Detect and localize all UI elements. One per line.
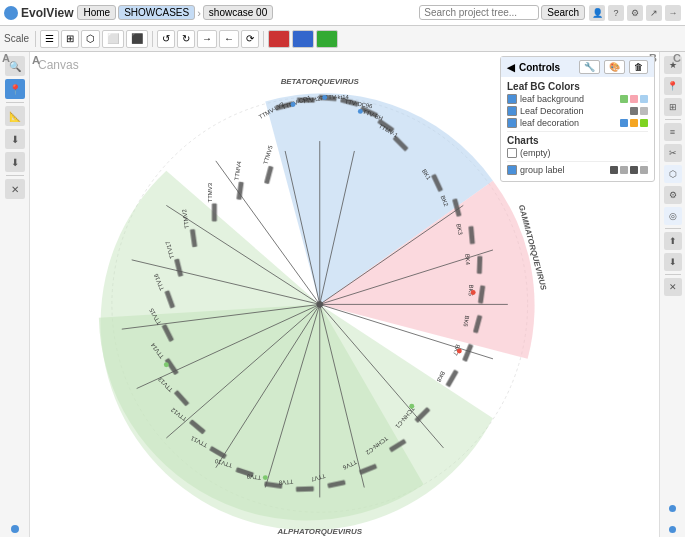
tb-format1[interactable] <box>268 30 290 48</box>
tb-layout4[interactable]: ⬜ <box>102 30 124 48</box>
rp-list-icon[interactable]: ≡ <box>664 123 682 141</box>
svg-point-93 <box>457 348 462 353</box>
tc-tab-settings[interactable]: 🔧 <box>579 60 600 74</box>
logout-icon[interactable]: → <box>665 5 681 21</box>
color-gray1[interactable] <box>630 107 638 115</box>
topbar: EvolView Home SHOWCASES › showcase 00 Se… <box>0 0 685 26</box>
tb-layout1[interactable]: ☰ <box>40 30 59 48</box>
tc-cb-leaf-dec[interactable] <box>507 106 517 116</box>
svg-rect-39 <box>296 486 314 492</box>
showcase-button[interactable]: showcase 00 <box>203 5 273 20</box>
lp-measure-icon[interactable]: 📐 <box>5 106 25 126</box>
toolbar-separator-2 <box>152 31 153 47</box>
tc-item-charts: (empty) <box>507 148 648 158</box>
rp-download-icon[interactable]: ⬇ <box>664 253 682 271</box>
search-input[interactable] <box>419 5 539 20</box>
main-area: 🔍 📍 📐 ⬇ ⬇ ✕ Canvas ◀ Controls 🔧 🎨 🗑 Leaf… <box>0 52 685 537</box>
lp-download1-icon[interactable]: ⬇ <box>5 129 25 149</box>
tc-header: ◀ Controls 🔧 🎨 🗑 <box>501 57 654 77</box>
color-dark1[interactable] <box>610 166 618 174</box>
tc-charts-title: Charts <box>507 135 648 146</box>
app-title: EvolView <box>21 6 73 20</box>
rp-cut-icon[interactable]: ✂ <box>664 144 682 162</box>
help-icon[interactable]: ? <box>608 5 624 21</box>
svg-text:TTMV4: TTMV4 <box>234 160 243 181</box>
tc-header-label: ◀ <box>507 62 515 73</box>
color-gray2[interactable] <box>640 107 648 115</box>
svg-text:ALPHATORQUEVIRUS: ALPHATORQUEVIRUS <box>277 527 363 536</box>
tc-sep2 <box>507 161 648 162</box>
color-light2[interactable] <box>640 166 648 174</box>
rp-special1-icon[interactable]: ◎ <box>664 207 682 225</box>
tc-label-leaf-dec: Leaf Decoration <box>520 106 627 116</box>
lp-download2-icon[interactable]: ⬇ <box>5 152 25 172</box>
tc-cb-charts[interactable] <box>507 148 517 158</box>
tc-item-leaf-dec2: leaf decoration <box>507 118 648 128</box>
top-icons: 👤 ? ⚙ ↗ → <box>589 5 681 21</box>
svg-point-92 <box>471 290 476 295</box>
svg-point-89 <box>291 102 296 107</box>
svg-point-91 <box>358 109 363 114</box>
lp-close-icon[interactable]: ✕ <box>5 179 25 199</box>
rp-hex-icon[interactable]: ⬡ <box>664 165 682 183</box>
color-green[interactable] <box>620 95 628 103</box>
color-blue[interactable] <box>640 95 648 103</box>
lp-sep1 <box>6 102 24 103</box>
tb-action5[interactable]: ⟳ <box>241 30 259 48</box>
tb-format3[interactable] <box>316 30 338 48</box>
tb-layout3[interactable]: ⬡ <box>81 30 100 48</box>
tc-tab-delete[interactable]: 🗑 <box>629 60 648 74</box>
color-blue2[interactable] <box>620 119 628 127</box>
tc-item-leaf-dec: Leaf Decoration <box>507 106 648 116</box>
rp-dot2 <box>669 526 676 533</box>
rp-sep2 <box>665 228 681 229</box>
toolbar: Scale ☰ ⊞ ⬡ ⬜ ⬛ ↺ ↻ → ← ⟳ <box>0 26 685 52</box>
share-icon[interactable]: ↗ <box>646 5 662 21</box>
rp-pin-icon[interactable]: 📍 <box>664 77 682 95</box>
color-dark2[interactable] <box>630 166 638 174</box>
rp-grid-icon[interactable]: ⊞ <box>664 98 682 116</box>
tb-layout5[interactable]: ⬛ <box>126 30 148 48</box>
tc-colors-leaf-bg <box>620 95 648 103</box>
svg-text:BK4: BK4 <box>464 254 471 266</box>
svg-text:BETATORQUEVIRUS: BETATORQUEVIRUS <box>281 77 360 86</box>
user-icon[interactable]: 👤 <box>589 5 605 21</box>
search-button[interactable]: Search <box>541 5 585 20</box>
home-button[interactable]: Home <box>77 5 116 20</box>
svg-point-95 <box>263 475 268 480</box>
rp-upload-icon[interactable]: ⬆ <box>664 232 682 250</box>
rp-close-icon[interactable]: ✕ <box>664 278 682 296</box>
rp-settings-icon[interactable]: ⚙ <box>664 186 682 204</box>
color-pink[interactable] <box>630 95 638 103</box>
tb-format2[interactable] <box>292 30 314 48</box>
logo-area: EvolView <box>4 6 73 20</box>
tc-cb-group-label[interactable] <box>507 165 517 175</box>
tc-item-leaf-bg: leaf background <box>507 94 648 104</box>
svg-rect-52 <box>264 166 273 184</box>
tb-layout2[interactable]: ⊞ <box>61 30 79 48</box>
svg-point-94 <box>409 404 414 409</box>
svg-point-90 <box>322 95 327 100</box>
settings-icon[interactable]: ⚙ <box>627 5 643 21</box>
color-lgreen[interactable] <box>640 119 648 127</box>
svg-text:TTMV5: TTMV5 <box>262 144 273 165</box>
tc-leaf-bc-title: Leaf BG Colors <box>507 81 648 92</box>
showcases-button[interactable]: SHOWCASES <box>118 5 195 20</box>
tc-body: Leaf BG Colors leaf background Leaf Deco… <box>501 77 654 181</box>
tb-action2[interactable]: ↻ <box>177 30 195 48</box>
tc-tab-color[interactable]: 🎨 <box>604 60 625 74</box>
app-logo-icon[interactable] <box>4 6 18 20</box>
tc-colors-leaf-dec <box>630 107 648 115</box>
tc-cb-leaf-dec2[interactable] <box>507 118 517 128</box>
tc-label-leaf-dec2: leaf decoration <box>520 118 617 128</box>
rp-sep3 <box>665 274 681 275</box>
tb-action3[interactable]: → <box>197 30 217 48</box>
tb-action1[interactable]: ↺ <box>157 30 175 48</box>
tc-colors-leaf-dec2 <box>620 119 648 127</box>
lp-pin-icon[interactable]: 📍 <box>5 79 25 99</box>
color-light1[interactable] <box>620 166 628 174</box>
column-c-label: C <box>673 52 681 64</box>
tc-cb-leaf-bg[interactable] <box>507 94 517 104</box>
tb-action4[interactable]: ← <box>219 30 239 48</box>
color-orange[interactable] <box>630 119 638 127</box>
